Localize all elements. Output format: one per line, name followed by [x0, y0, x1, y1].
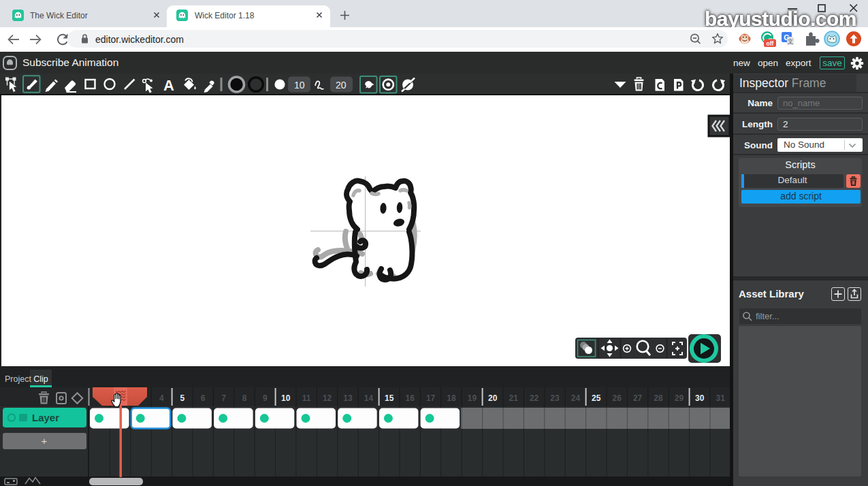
svg-text:4: 4 — [159, 393, 164, 403]
svg-text:28: 28 — [654, 393, 663, 403]
svg-text:A: A — [163, 77, 174, 94]
svg-text:16: 16 — [406, 393, 415, 403]
svg-text:27: 27 — [633, 393, 643, 403]
svg-text:5: 5 — [180, 393, 184, 403]
svg-text:Project: Project — [5, 374, 31, 384]
svg-text:29: 29 — [675, 393, 684, 403]
svg-text:21: 21 — [509, 393, 519, 403]
svg-text:15: 15 — [385, 393, 394, 403]
svg-text:31: 31 — [716, 393, 726, 403]
svg-text:30: 30 — [695, 393, 705, 403]
svg-text:24: 24 — [571, 393, 581, 403]
svg-text:+: + — [42, 435, 48, 447]
svg-text:6: 6 — [201, 393, 206, 403]
svg-text:7: 7 — [221, 393, 226, 403]
svg-text:9: 9 — [263, 393, 268, 403]
svg-text:文: 文 — [788, 38, 794, 45]
svg-text:22: 22 — [530, 393, 539, 403]
svg-text:8: 8 — [242, 393, 247, 403]
svg-text:20: 20 — [336, 80, 347, 91]
svg-text:26: 26 — [613, 393, 622, 403]
svg-text:12: 12 — [323, 393, 332, 403]
svg-text:20: 20 — [488, 393, 498, 403]
svg-text:11: 11 — [302, 393, 311, 403]
svg-text:Layer: Layer — [32, 412, 59, 423]
svg-text:17: 17 — [426, 393, 436, 403]
svg-text:25: 25 — [592, 393, 601, 403]
svg-text:10: 10 — [281, 393, 291, 403]
svg-text:10: 10 — [294, 80, 305, 91]
svg-text:19: 19 — [468, 393, 477, 403]
svg-text:14: 14 — [364, 393, 374, 403]
svg-text:Clip: Clip — [33, 374, 48, 384]
svg-text:18: 18 — [447, 393, 456, 403]
svg-text:23: 23 — [550, 393, 560, 403]
svg-text:off: off — [767, 40, 774, 47]
svg-text:13: 13 — [343, 393, 353, 403]
